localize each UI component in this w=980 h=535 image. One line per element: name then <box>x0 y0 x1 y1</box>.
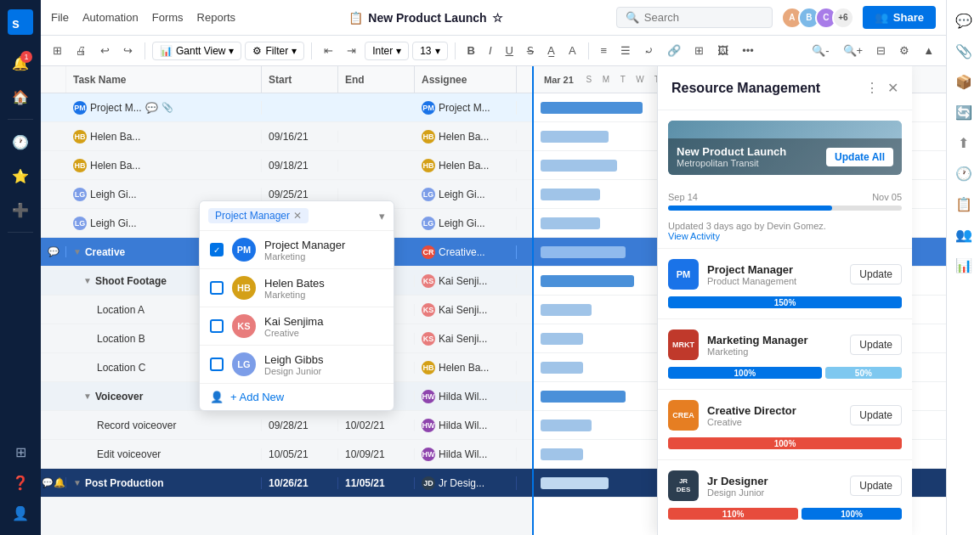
bold-btn[interactable]: B <box>462 41 480 60</box>
search-bar[interactable]: 🔍 <box>616 7 773 28</box>
italic-btn[interactable]: I <box>484 41 497 60</box>
star-icon[interactable]: ☆ <box>492 11 503 25</box>
search-input[interactable] <box>644 11 763 24</box>
table-row[interactable]: Record voiceover 09/28/21 10/02/21 HW Hi… <box>41 411 532 440</box>
th-row-num <box>41 66 66 93</box>
right-icon-box[interactable]: 📦 <box>950 68 977 95</box>
resource-update-btn-3[interactable]: Update <box>850 476 902 496</box>
filter-select[interactable]: ⚙ Filter ▾ <box>245 42 304 60</box>
align-left[interactable]: ≡ <box>596 41 613 60</box>
nav-forms[interactable]: Forms <box>152 11 184 24</box>
view-activity-link[interactable]: View Activity <box>668 231 902 241</box>
update-all-button[interactable]: Update All <box>826 148 893 166</box>
right-icon-attach[interactable]: 📎 <box>950 37 977 65</box>
user-icon: 👤 <box>210 391 224 403</box>
font-select[interactable]: Inter ▾ <box>365 42 409 60</box>
more-btn[interactable]: ••• <box>737 41 759 60</box>
td-assignee: HB Helen Ba... <box>415 130 517 144</box>
collapse-btn[interactable]: ▲ <box>918 41 939 60</box>
filter-avatar-3: LG <box>232 352 256 376</box>
panel-menu-icon[interactable]: ⋮ <box>865 80 879 96</box>
right-icon-chat[interactable]: 💬 <box>950 7 977 34</box>
table-row[interactable]: HB Helen Ba... 09/18/21 HB Helen Ba... <box>41 151 532 180</box>
td-assignee: KS Kai Senji... <box>415 303 517 317</box>
image-btn[interactable]: 🖼 <box>712 41 734 60</box>
toolbar-gantt-icon[interactable]: ⊞ <box>48 41 67 60</box>
filter-name-1: Helen Bates <box>264 277 325 290</box>
resource-update-btn-1[interactable]: Update <box>850 335 902 355</box>
sidebar-item-star[interactable]: ⭐ <box>5 160 36 191</box>
logo[interactable]: s <box>5 7 36 37</box>
row-avatar: PM <box>73 101 87 115</box>
nav-automation[interactable]: Automation <box>82 11 139 24</box>
underline-btn[interactable]: U <box>501 41 518 60</box>
grid-btn[interactable]: ⊞ <box>689 41 709 60</box>
filter-checkbox-0[interactable]: ✓ <box>210 243 224 256</box>
highlight-btn[interactable]: A̲ <box>542 41 560 60</box>
align-center[interactable]: ☰ <box>615 41 636 60</box>
resource-item-dept-2: Creative <box>707 417 841 427</box>
filter-dropdown-arrow[interactable]: ▾ <box>379 210 385 222</box>
td-assignee: HW Hilda Wil... <box>415 448 517 461</box>
filter-checkbox-2[interactable] <box>210 319 224 333</box>
indent-decrease[interactable]: ⇤ <box>319 41 338 60</box>
sidebar-item-add[interactable]: ➕ <box>5 194 36 225</box>
right-icon-users[interactable]: 👥 <box>950 221 977 248</box>
toolbar-print[interactable]: 🖨 <box>71 41 92 60</box>
collapse-arrow: ▼ <box>73 478 82 487</box>
resource-item-avatar-0: PM <box>668 259 699 290</box>
fontcolor-btn[interactable]: A <box>564 41 581 60</box>
sidebar-item-help[interactable]: ❓ <box>5 467 36 498</box>
filter-checkbox-1[interactable] <box>210 281 224 295</box>
toolbar-redo[interactable]: ↪ <box>118 41 138 60</box>
table-row[interactable]: 💬 🔔 ▼ Post Production 10/26/21 11/05/21 … <box>41 469 532 498</box>
indent-increase[interactable]: ⇥ <box>342 41 361 60</box>
sidebar-item-clock[interactable]: 🕐 <box>5 127 36 157</box>
resource-bar-track-2: 100% <box>802 508 902 520</box>
gantt-view-select[interactable]: 📊 Gantt View ▾ <box>152 42 241 60</box>
toolbar-undo[interactable]: ↩ <box>95 41 115 60</box>
sidebar-item-grid[interactable]: ⊞ <box>5 436 36 467</box>
table-row[interactable]: Edit voiceover 10/05/21 10/09/21 HW Hild… <box>41 440 532 469</box>
right-icon-upload[interactable]: ⬆ <box>950 129 977 156</box>
right-icon-clock[interactable]: 🕐 <box>950 160 977 187</box>
share-button[interactable]: 👥 Share <box>863 6 936 29</box>
task-name: Helen Ba... <box>90 160 140 172</box>
filter-chip[interactable]: Project Manager ✕ <box>208 208 309 223</box>
table-row[interactable]: PM Project M... 💬 📎 PM Project M... <box>41 93 532 122</box>
right-icon-clipboard[interactable]: 📋 <box>950 190 977 217</box>
right-icon-chart[interactable]: 📊 <box>950 251 977 279</box>
sidebar-item-notifications[interactable]: 🔔 1 <box>5 48 36 78</box>
table-row[interactable]: HB Helen Ba... 09/16/21 HB Helen Ba... <box>41 122 532 151</box>
filter-option-0[interactable]: ✓ PM Project Manager Marketing <box>200 230 394 268</box>
filter-option-3[interactable]: LG Leigh Gibbs Design Junior <box>200 345 394 383</box>
panel-close-icon[interactable]: ✕ <box>887 80 898 96</box>
filter-option-1[interactable]: HB Helen Bates Marketing <box>200 268 394 307</box>
link-btn[interactable]: 🔗 <box>662 41 686 60</box>
strike-btn[interactable]: S̶ <box>522 41 539 60</box>
resource-item-3: JRDES Jr Designer Design Junior Update 1… <box>658 459 912 530</box>
collapse-arrow: ▼ <box>73 247 82 256</box>
sidebar-item-home[interactable]: 🏠 <box>5 82 36 112</box>
wrap-btn[interactable]: ⤾ <box>639 41 659 60</box>
fit-btn[interactable]: ⊟ <box>871 41 891 60</box>
assignee-avatar: HB <box>422 159 435 172</box>
fontsize-select[interactable]: 13 ▾ <box>412 42 447 60</box>
resource-hero: New Product Launch Metropolitan Transit … <box>668 121 902 175</box>
zoom-out[interactable]: 🔍- <box>807 41 834 60</box>
nav-reports[interactable]: Reports <box>197 11 236 24</box>
zoom-in[interactable]: 🔍+ <box>838 41 869 60</box>
filter-checkbox-3[interactable] <box>210 358 224 371</box>
td-start: 09/18/21 <box>262 160 338 172</box>
resource-update-btn-2[interactable]: Update <box>850 405 902 425</box>
settings-btn[interactable]: ⚙ <box>894 41 915 60</box>
nav-file[interactable]: File <box>51 11 69 24</box>
resource-update-btn-0[interactable]: Update <box>850 264 902 284</box>
td-end: 10/02/21 <box>338 420 415 431</box>
toolbar-sep-4 <box>588 42 589 59</box>
filter-chip-close[interactable]: ✕ <box>293 210 302 222</box>
right-icon-refresh[interactable]: 🔄 <box>950 99 977 126</box>
sidebar-item-user[interactable]: 👤 <box>5 498 36 528</box>
filter-option-2[interactable]: KS Kai Senjima Creative <box>200 307 394 345</box>
add-new-row[interactable]: 👤 + Add New <box>200 383 394 410</box>
